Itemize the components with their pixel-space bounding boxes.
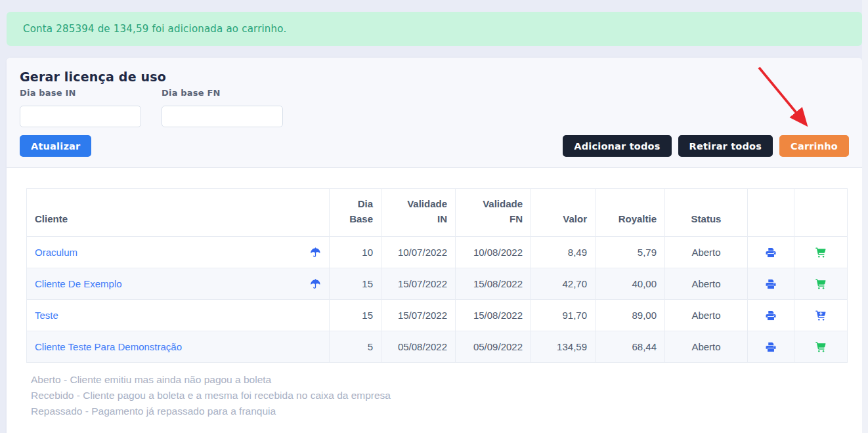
client-link[interactable]: Oraculum xyxy=(35,247,77,258)
table-body: Oraculum 10 10/07/2022 10/08/2022 8,49 5… xyxy=(27,237,848,363)
validade-fn-cell: 05/09/2022 xyxy=(456,331,531,363)
client-link[interactable]: Cliente Teste Para Demonstração xyxy=(35,341,182,352)
license-table-section: Cliente Dia Base Validade IN Validade FN… xyxy=(7,168,862,419)
valor-cell: 91,70 xyxy=(531,300,596,331)
validade-in-cell: 05/08/2022 xyxy=(381,331,456,363)
cart-plus-icon[interactable] xyxy=(815,310,827,321)
cart-icon[interactable] xyxy=(815,341,827,353)
table-header-row: Cliente Dia Base Validade IN Validade FN… xyxy=(27,189,848,237)
license-form-section: Gerar licença de uso Dia base IN Dia bas… xyxy=(7,58,862,168)
print-icon[interactable] xyxy=(765,278,777,290)
status-cell: Aberto xyxy=(665,300,748,331)
carrinho-button[interactable]: Carrinho xyxy=(779,135,849,157)
print-icon[interactable] xyxy=(765,341,777,353)
validade-fn-cell: 10/08/2022 xyxy=(456,237,531,268)
legend-aberto: Aberto - Cliente emitiu mas ainda não pa… xyxy=(31,372,847,388)
dia-base-cell: 15 xyxy=(330,268,381,300)
cart-icon[interactable] xyxy=(815,278,827,290)
dia-base-fn-group: Dia base FN xyxy=(162,87,283,127)
status-legend: Aberto - Cliente emitiu mas ainda não pa… xyxy=(31,372,847,419)
dia-base-cell: 5 xyxy=(330,331,381,363)
table-row: Cliente Teste Para Demonstração 5 05/08/… xyxy=(27,331,848,363)
table-row: Teste 15 15/07/2022 15/08/2022 91,70 89,… xyxy=(27,300,848,331)
dia-base-fn-label: Dia base FN xyxy=(162,87,283,98)
header-status: Status xyxy=(665,189,748,237)
print-icon[interactable] xyxy=(765,247,777,258)
validade-fn-cell: 15/08/2022 xyxy=(456,300,531,331)
header-cart xyxy=(794,189,848,237)
status-cell: Aberto xyxy=(665,331,748,363)
header-dia-base: Dia Base xyxy=(330,189,381,237)
validade-in-cell: 10/07/2022 xyxy=(381,237,456,268)
dia-base-fn-input[interactable] xyxy=(162,106,283,127)
print-icon[interactable] xyxy=(765,310,777,321)
header-validade-fn: Validade FN xyxy=(456,189,531,237)
dia-base-in-group: Dia base IN xyxy=(20,87,141,127)
status-cell: Aberto xyxy=(665,268,748,300)
success-alert: Conta 285394 de 134,59 foi adicionada ao… xyxy=(7,12,862,46)
atualizar-button[interactable]: Atualizar xyxy=(20,135,91,157)
retirar-todos-button[interactable]: Retirar todos xyxy=(678,135,773,157)
dia-base-in-label: Dia base IN xyxy=(20,87,141,98)
table-row: Oraculum 10 10/07/2022 10/08/2022 8,49 5… xyxy=(27,237,848,268)
validade-in-cell: 15/07/2022 xyxy=(381,300,456,331)
client-link[interactable]: Teste xyxy=(35,310,58,321)
validade-fn-cell: 15/08/2022 xyxy=(456,268,531,300)
royaltie-cell: 68,44 xyxy=(596,331,665,363)
royaltie-cell: 89,00 xyxy=(596,300,665,331)
alert-message: Conta 285394 de 134,59 foi adicionada ao… xyxy=(23,23,286,35)
header-royaltie: Royaltie xyxy=(596,189,665,237)
header-cliente: Cliente xyxy=(27,189,330,237)
actions-row: Atualizar Adicionar todos Retirar todos … xyxy=(20,135,849,157)
royaltie-cell: 40,00 xyxy=(596,268,665,300)
dia-base-cell: 15 xyxy=(330,300,381,331)
status-cell: Aberto xyxy=(665,237,748,268)
valor-cell: 134,59 xyxy=(531,331,596,363)
umbrella-icon xyxy=(310,278,321,289)
licenses-table: Cliente Dia Base Validade IN Validade FN… xyxy=(26,188,848,363)
field-row: Dia base IN Dia base FN xyxy=(20,87,849,127)
table-row: Cliente De Exemplo 15 15/07/2022 15/08/2… xyxy=(27,268,848,300)
header-valor: Valor xyxy=(531,189,596,237)
adicionar-todos-button[interactable]: Adicionar todos xyxy=(563,135,671,157)
valor-cell: 8,49 xyxy=(531,237,596,268)
royaltie-cell: 5,79 xyxy=(596,237,665,268)
cart-icon[interactable] xyxy=(815,247,827,258)
header-print xyxy=(748,189,794,237)
umbrella-icon xyxy=(310,247,321,258)
dia-base-cell: 10 xyxy=(330,237,381,268)
license-panel: Gerar licença de uso Dia base IN Dia bas… xyxy=(7,58,862,433)
page-title: Gerar licença de uso xyxy=(20,68,849,85)
legend-recebido: Recebido - Cliente pagou a boleta e a me… xyxy=(31,388,847,403)
dia-base-in-input[interactable] xyxy=(20,106,141,127)
validade-in-cell: 15/07/2022 xyxy=(381,268,456,300)
legend-repassado: Repassado - Pagamento já repassado para … xyxy=(31,403,847,419)
scrollbar[interactable] xyxy=(862,0,868,433)
client-link[interactable]: Cliente De Exemplo xyxy=(35,278,122,289)
header-validade-in: Validade IN xyxy=(381,189,456,237)
bulk-actions-group: Adicionar todos Retirar todos Carrinho xyxy=(563,135,849,157)
valor-cell: 42,70 xyxy=(531,268,596,300)
